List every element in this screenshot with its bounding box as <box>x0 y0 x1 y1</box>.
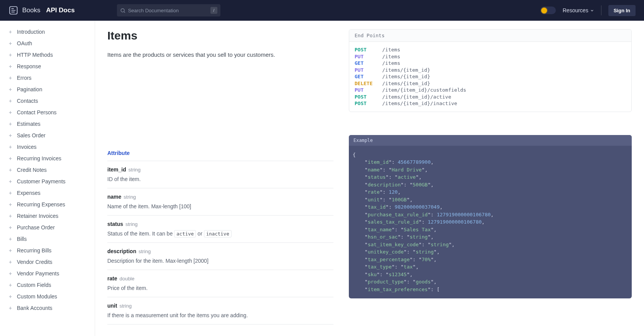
sidebar-item[interactable]: +Bank Accounts <box>0 302 95 314</box>
http-method: GET <box>355 73 375 80</box>
expand-icon: + <box>8 271 12 276</box>
attribute-name: status <box>107 221 123 227</box>
endpoint-path: /items/{item_id}/active <box>382 94 451 100</box>
expand-icon: + <box>8 29 12 35</box>
attribute-type: string <box>138 249 151 254</box>
http-method: POST <box>355 100 375 107</box>
expand-icon: + <box>8 294 12 299</box>
sidebar-item[interactable]: +Custom Modules <box>0 291 95 302</box>
expand-icon: + <box>8 225 12 230</box>
attribute-row: namestringName of the item. Max-length [… <box>107 188 334 216</box>
sidebar-item[interactable]: +Credit Notes <box>0 164 95 176</box>
sidebar-item-label: Sales Order <box>17 132 46 138</box>
endpoint-path: /items/{item_id} <box>382 80 430 87</box>
resources-label: Resources <box>563 7 588 13</box>
sidebar-item[interactable]: +Estimates <box>0 118 95 130</box>
attribute-name: rate <box>107 275 117 282</box>
resources-link[interactable]: Resources <box>563 7 594 13</box>
main: Items Items are the products or services… <box>95 21 644 336</box>
attribute-type: string <box>125 221 138 227</box>
expand-icon: + <box>8 75 12 81</box>
sidebar-item[interactable]: +Contact Persons <box>0 107 95 118</box>
signin-button[interactable]: Sign In <box>608 5 636 16</box>
sidebar-item[interactable]: +Purchase Order <box>0 222 95 233</box>
chevron-down-icon <box>590 8 594 13</box>
theme-toggle[interactable] <box>540 7 556 14</box>
sidebar-item[interactable]: +Sales Order <box>0 130 95 141</box>
sidebar-item-label: Purchase Order <box>17 224 55 231</box>
sidebar-item-label: Response <box>17 63 41 69</box>
content-column: Items Items are the products or services… <box>107 29 334 321</box>
book-icon <box>8 5 18 15</box>
sidebar-item[interactable]: +Bills <box>0 233 95 245</box>
sidebar-item[interactable]: +Response <box>0 61 95 72</box>
endpoint-row[interactable]: POST/items/{item_id}/inactive <box>355 100 626 107</box>
sidebar-item[interactable]: +Recurring Invoices <box>0 153 95 164</box>
sidebar-item[interactable]: +Recurring Bills <box>0 245 95 256</box>
attribute-type: string <box>120 303 132 309</box>
sidebar-item[interactable]: +Recurring Expenses <box>0 199 95 210</box>
endpoint-row[interactable]: PUT/items <box>355 53 626 60</box>
sidebar-item[interactable]: +HTTP Methods <box>0 49 95 61</box>
sidebar-item[interactable]: +Contacts <box>0 95 95 107</box>
expand-icon: + <box>8 236 12 242</box>
expand-icon: + <box>8 156 12 161</box>
search-box[interactable]: / <box>117 4 220 16</box>
endpoint-row[interactable]: PUT/items/{item_id} <box>355 67 626 74</box>
attribute-desc: If there is a measurement unit for the i… <box>107 312 334 318</box>
sidebar-item[interactable]: +Expenses <box>0 187 95 199</box>
endpoint-row[interactable]: GET/items/{item_id} <box>355 73 626 80</box>
sidebar-item[interactable]: +Custom Fields <box>0 279 95 291</box>
sidebar-item-label: Invoices <box>17 144 36 150</box>
sidebar-item-label: Credit Notes <box>17 167 47 173</box>
endpoint-row[interactable]: POST/items <box>355 46 626 53</box>
sidebar-item[interactable]: +Retainer Invoices <box>0 210 95 222</box>
sidebar-item-label: Recurring Expenses <box>17 201 65 208</box>
expand-icon: + <box>8 248 12 253</box>
sidebar-item-label: Errors <box>17 75 31 81</box>
sidebar-item[interactable]: +Introduction <box>0 26 95 38</box>
expand-icon: + <box>8 133 12 138</box>
search-icon <box>120 8 126 13</box>
sidebar-item[interactable]: +Invoices <box>0 141 95 153</box>
http-method: POST <box>355 46 375 53</box>
sidebar-item[interactable]: +Vendor Payments <box>0 268 95 279</box>
endpoint-row[interactable]: POST/items/{item_id}/active <box>355 94 626 100</box>
sun-icon <box>541 8 547 13</box>
sidebar-item[interactable]: +OAuth <box>0 38 95 49</box>
http-method: PUT <box>355 67 375 74</box>
endpoint-path: /items/{item_id}/inactive <box>382 100 457 107</box>
sidebar-item[interactable]: +Errors <box>0 72 95 84</box>
example-code: { "item_id": 45667789900, "name": "Hard … <box>349 146 632 299</box>
sidebar-item-label: Customer Payments <box>17 178 66 184</box>
sidebar-item-label: Bills <box>17 236 27 242</box>
sidebar-item-label: Introduction <box>17 29 45 35</box>
attribute-row: statusstringStatus of the item. It can b… <box>107 216 334 243</box>
sidebar-item-label: Contact Persons <box>17 109 57 115</box>
sidebar-item-label: Recurring Bills <box>17 247 51 254</box>
endpoint-row[interactable]: GET/items <box>355 60 626 67</box>
expand-icon: + <box>8 259 12 265</box>
endpoint-row[interactable]: PUT/item/{item_id}/customfields <box>355 87 626 94</box>
sidebar: +Introduction+OAuth+HTTP Methods+Respons… <box>0 21 95 336</box>
endpoint-path: /items <box>382 46 400 53</box>
sidebar-item[interactable]: +Vendor Credits <box>0 256 95 268</box>
endpoint-path: /items/{item_id} <box>382 73 430 80</box>
sidebar-item-label: Recurring Invoices <box>17 155 61 161</box>
sidebar-item[interactable]: +Pagination <box>0 84 95 95</box>
http-method: DELETE <box>355 80 375 87</box>
attribute-tab[interactable]: Attribute <box>107 150 334 161</box>
expand-icon: + <box>8 98 12 104</box>
divider <box>601 5 601 15</box>
endpoint-row[interactable]: DELETE/items/{item_id} <box>355 80 626 87</box>
expand-icon: + <box>8 167 12 173</box>
example-box: Example { "item_id": 45667789900, "name"… <box>349 135 632 299</box>
attribute-row: unitstringIf there is a measurement unit… <box>107 297 334 324</box>
example-title: Example <box>349 135 632 146</box>
logo[interactable]: Books API Docs <box>8 5 75 15</box>
search-input[interactable] <box>126 8 210 13</box>
sidebar-item[interactable]: +Customer Payments <box>0 176 95 187</box>
sidebar-item-label: Vendor Payments <box>17 270 59 277</box>
sidebar-item-label: Bank Accounts <box>17 305 53 311</box>
endpoints-title: End Points <box>349 30 631 42</box>
